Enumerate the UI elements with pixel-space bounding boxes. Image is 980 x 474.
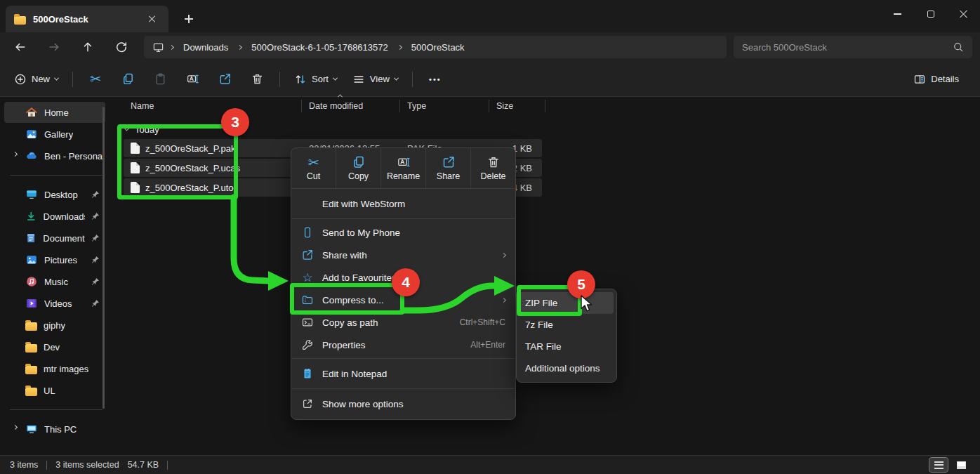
step-badge-4: 4 (392, 268, 420, 296)
music-note-icon (25, 275, 38, 288)
details-pane-icon (913, 73, 926, 86)
context-cut-button[interactable]: ✂ Cut (291, 148, 336, 188)
plus-circle-icon (14, 73, 27, 86)
sidebar-item-home[interactable]: Home (4, 102, 105, 123)
toolbar-divider (412, 72, 413, 87)
sidebar-item-label: Ben - Personal (44, 151, 105, 162)
column-header-size[interactable]: Size (489, 100, 545, 112)
up-button[interactable] (76, 37, 100, 58)
sidebar-item-this-pc[interactable]: This PC (7, 419, 105, 440)
rename-icon (397, 155, 411, 169)
menu-item-edit-in-notepad[interactable]: Edit in Notepad (291, 361, 515, 386)
explorer-tab[interactable]: 500OreStack (6, 6, 168, 32)
menu-item-copy-as-path[interactable]: Copy as path Ctrl+Shift+C (291, 311, 515, 334)
menu-item-send-to-my-phone[interactable]: Send to My Phone (291, 221, 515, 244)
chevron-down-icon (54, 76, 59, 81)
sidebar-item-onedrive-personal[interactable]: Ben - Personal (7, 145, 105, 166)
share-button[interactable] (209, 67, 240, 92)
sidebar-item-mtr-images[interactable]: mtr images (7, 358, 105, 379)
sidebar-item-videos[interactable]: Videos (7, 293, 105, 314)
sidebar-scrollbar[interactable] (102, 107, 105, 409)
refresh-button[interactable] (110, 37, 133, 58)
context-rename-button[interactable]: Rename (380, 148, 425, 188)
breadcrumb-downloads[interactable]: Downloads (179, 41, 232, 54)
menu-item-edit-with-webstorm[interactable]: Edit with WebStorm (291, 191, 515, 216)
details-view-button[interactable] (929, 458, 948, 472)
context-copy-button[interactable]: Copy (336, 148, 380, 188)
address-bar[interactable]: Downloads 500OreStack-6-1-05-1768613572 … (144, 36, 727, 58)
tab-close-button[interactable] (145, 11, 160, 27)
cut-button[interactable]: ✂ (80, 67, 111, 92)
step-badge-3: 3 (221, 108, 249, 136)
menu-divider (292, 358, 515, 359)
search-box[interactable] (734, 36, 972, 58)
star-icon: ☆ (300, 272, 315, 284)
menu-item-share-with[interactable]: Share with (291, 244, 515, 266)
copy-button[interactable] (112, 67, 143, 92)
submenu-chevron-icon (501, 252, 506, 257)
menu-item-show-more-options[interactable]: Show more options (291, 391, 515, 416)
folder-icon (25, 388, 37, 396)
minimize-button[interactable] (881, 0, 914, 28)
expand-chevron-icon[interactable] (13, 425, 18, 430)
submenu-item-additional-options[interactable]: Additional options (519, 357, 614, 379)
details-pane-button[interactable]: Details (906, 67, 966, 92)
collapse-chevron-icon[interactable] (124, 126, 129, 131)
delete-button[interactable] (241, 67, 272, 92)
sidebar-item-ul[interactable]: UL (7, 380, 105, 401)
large-icons-view-button[interactable] (952, 458, 970, 472)
notepad-icon (300, 367, 315, 380)
sidebar-divider (10, 409, 102, 410)
sidebar-item-desktop[interactable]: Desktop (7, 184, 105, 205)
menu-item-properties[interactable]: Properties Alt+Enter (291, 334, 515, 356)
selection-size: 54.7 KB (128, 460, 159, 470)
breadcrumb-parent-folder[interactable]: 500OreStack-6-1-05-1768613572 (247, 41, 392, 54)
column-label: Type (407, 101, 426, 111)
back-button[interactable] (8, 37, 32, 58)
column-headers: Name Date modified Type Size (124, 97, 980, 115)
menu-item-label: Show more options (322, 399, 404, 409)
sidebar-item-documents[interactable]: Documents (7, 228, 105, 249)
tab-title: 500OreStack (33, 14, 88, 25)
list-view-icon (934, 461, 943, 469)
submenu-item-7z-file[interactable]: 7z File (519, 314, 614, 336)
context-share-button[interactable]: Share (425, 148, 470, 188)
sidebar-item-label: Home (44, 107, 69, 118)
group-header-today[interactable]: Today (125, 121, 980, 138)
maximize-button[interactable] (914, 0, 947, 28)
more-options-button[interactable]: ••• (420, 67, 451, 92)
close-window-button[interactable] (947, 0, 980, 28)
view-button[interactable]: View (345, 67, 405, 92)
file-icon (131, 162, 140, 173)
sidebar-item-pictures[interactable]: Pictures (7, 249, 105, 270)
sidebar-item-label: UL (44, 386, 55, 396)
column-header-date-modified[interactable]: Date modified (302, 100, 400, 112)
paste-button[interactable] (145, 67, 176, 92)
sidebar-item-gallery[interactable]: Gallery (7, 124, 105, 145)
column-header-type[interactable]: Type (400, 100, 489, 112)
up-arrow-icon (81, 41, 94, 53)
trash-icon (486, 155, 501, 169)
rename-button[interactable] (177, 67, 208, 92)
sidebar-item-dev[interactable]: Dev (7, 336, 105, 357)
sort-icon (294, 73, 307, 86)
submenu-item-tar-file[interactable]: TAR File (519, 336, 614, 357)
submenu-item-zip-file[interactable]: ZIP File (519, 292, 614, 314)
breadcrumb-current-folder[interactable]: 500OreStack (407, 41, 469, 54)
command-bar: New ✂ Sort View ••• Details (0, 62, 980, 97)
sidebar-item-giphy[interactable]: giphy (7, 315, 105, 336)
context-delete-button[interactable]: Delete (470, 148, 515, 188)
new-tab-button[interactable] (180, 10, 198, 28)
search-input[interactable] (742, 42, 947, 53)
column-header-name[interactable]: Name (124, 100, 302, 112)
forward-button[interactable] (42, 37, 66, 58)
sidebar-item-downloads[interactable]: Downloads (7, 206, 105, 227)
search-icon[interactable] (953, 41, 964, 53)
expand-chevron-icon[interactable] (13, 152, 18, 157)
sort-button[interactable]: Sort (287, 67, 344, 92)
view-toggles (929, 458, 970, 472)
sidebar-item-music[interactable]: Music (7, 271, 105, 292)
breadcrumb-chevron-icon (169, 45, 174, 50)
new-button[interactable]: New (7, 67, 65, 92)
close-icon (149, 15, 156, 22)
